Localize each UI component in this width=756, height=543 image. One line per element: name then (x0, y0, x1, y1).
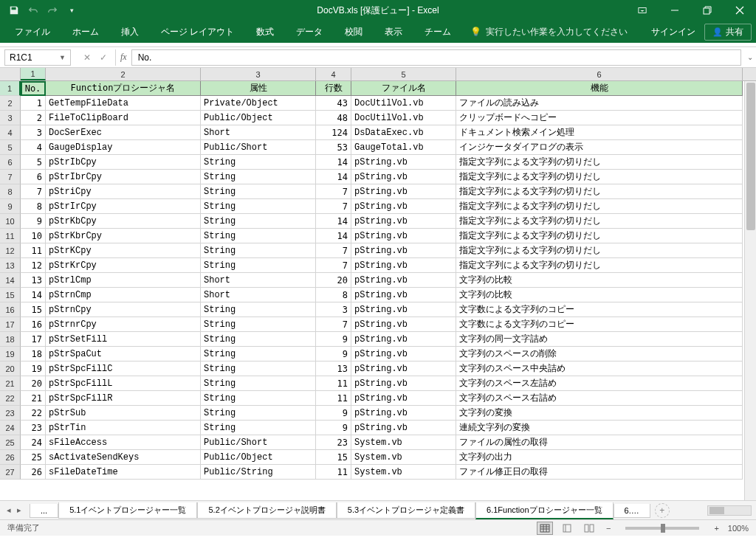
tell-me-search[interactable]: 💡 実行したい作業を入力してください (470, 26, 628, 38)
cell-lines[interactable]: 23 (316, 435, 351, 450)
cell-attr[interactable]: Public/Short (201, 140, 316, 155)
cell-no[interactable]: 3 (21, 125, 46, 140)
cell-feat[interactable]: インジケータダイアログの表示 (456, 140, 743, 155)
cell-lines[interactable]: 11 (316, 465, 351, 480)
cell-file[interactable]: pString.vb (351, 391, 456, 406)
cell-feat[interactable]: ファイル修正日の取得 (456, 465, 743, 480)
cell-feat[interactable]: ドキュメント検索メイン処理 (456, 125, 743, 140)
tab-view[interactable]: 表示 (374, 23, 413, 41)
cell-attr[interactable]: Short (201, 125, 316, 140)
col-header-6[interactable]: 6 (456, 68, 743, 80)
cell-func[interactable]: pStrSpcFillC (46, 362, 201, 376)
cell-no[interactable]: 25 (21, 450, 46, 465)
sheet-tab-5-1[interactable]: 5.1イベントプロシージャー一覧 (58, 502, 197, 519)
select-all-corner[interactable] (0, 68, 21, 80)
cell-no[interactable]: 21 (21, 391, 46, 406)
row-header[interactable]: 18 (0, 332, 21, 347)
cell-lines[interactable]: 9 (316, 421, 351, 435)
cell-feat[interactable]: 指定文字列による文字列の切りだし (456, 258, 743, 273)
cell-no[interactable]: 15 (21, 302, 46, 317)
cell-feat[interactable]: クリップボードへコピー (456, 111, 743, 125)
hscroll-thumb[interactable] (709, 507, 724, 514)
col-header-4[interactable]: 4 (316, 68, 351, 80)
cell-attr[interactable]: String (201, 302, 316, 317)
tab-formulas[interactable]: 数式 (246, 23, 284, 41)
cell-feat[interactable]: 文字列の同一文字詰め (456, 332, 743, 347)
cell-feat[interactable]: 文字列の比較 (456, 273, 743, 288)
grid-body[interactable]: 1 No. Functionプロシージャ名 属性 行数 ファイル名 機能 21G… (0, 81, 756, 500)
redo-button[interactable] (44, 2, 61, 18)
cell-func-header[interactable]: Functionプロシージャ名 (46, 81, 201, 96)
cell-attr[interactable]: String (201, 214, 316, 229)
cell-feat[interactable]: 文字数による文字列のコピー (456, 317, 743, 332)
row-header[interactable]: 3 (0, 111, 21, 125)
cell-attr[interactable]: String (201, 258, 316, 273)
cell-func[interactable]: pStrIbrCpy (46, 170, 201, 184)
sheet-tab-6-next[interactable]: 6.… (614, 504, 650, 518)
cell-no[interactable]: 20 (21, 376, 46, 391)
cell-attr[interactable]: String (201, 229, 316, 243)
cell-attr[interactable]: Public/Short (201, 435, 316, 450)
cell-lines[interactable]: 7 (316, 199, 351, 214)
cell-feat[interactable]: ファイルの読み込み (456, 96, 743, 111)
restore-button[interactable] (691, 0, 724, 21)
tab-data[interactable]: データ (286, 23, 333, 41)
row-header[interactable]: 1 (0, 81, 21, 96)
cell-func[interactable]: pStrlCmp (46, 273, 201, 288)
row-header[interactable]: 7 (0, 170, 21, 184)
cell-attr[interactable]: Public/String (201, 465, 316, 480)
cell-lines[interactable]: 15 (316, 450, 351, 465)
cell-feat[interactable]: 指定文字列による文字列の切りだし (456, 229, 743, 243)
cell-func[interactable]: pStrSub (46, 406, 201, 421)
cell-attr[interactable]: Private/Object (201, 96, 316, 111)
cancel-formula-button[interactable]: ✕ (80, 50, 94, 65)
cell-file[interactable]: System.vb (351, 450, 456, 465)
cell-file[interactable]: pString.vb (351, 214, 456, 229)
cell-file[interactable]: pString.vb (351, 347, 456, 362)
cell-file[interactable]: pString.vb (351, 199, 456, 214)
sheet-tab-5-3[interactable]: 5.3イベントプロシージャ定義書 (337, 502, 475, 519)
cell-no[interactable]: 10 (21, 229, 46, 243)
tab-home[interactable]: ホーム (62, 23, 109, 41)
cell-feat[interactable]: 指定文字列による文字列の切りだし (456, 184, 743, 199)
cell-lines[interactable]: 9 (316, 347, 351, 362)
cell-func[interactable]: pStrnCpy (46, 302, 201, 317)
cell-attr[interactable]: String (201, 421, 316, 435)
cell-lines[interactable]: 14 (316, 229, 351, 243)
cell-func[interactable]: sFileAccess (46, 435, 201, 450)
cell-attr-header[interactable]: 属性 (201, 81, 316, 96)
col-header-5[interactable]: 5 (351, 68, 456, 80)
cell-attr[interactable]: Public/Object (201, 111, 316, 125)
cell-attr[interactable]: String (201, 317, 316, 332)
cell-no[interactable]: 2 (21, 111, 46, 125)
cell-file[interactable]: pString.vb (351, 243, 456, 258)
tab-insert[interactable]: 挿入 (111, 23, 149, 41)
row-header[interactable]: 16 (0, 302, 21, 317)
cell-lines[interactable]: 8 (316, 288, 351, 302)
share-button[interactable]: 👤 共有 (704, 24, 752, 41)
cell-feat[interactable]: ファイルの属性の取得 (456, 435, 743, 450)
cell-no[interactable]: 13 (21, 273, 46, 288)
cell-feat[interactable]: 文字数による文字列のコピー (456, 302, 743, 317)
row-header[interactable]: 11 (0, 229, 21, 243)
cell-file[interactable]: pString.vb (351, 258, 456, 273)
chevron-down-icon[interactable]: ▼ (59, 54, 66, 61)
cell-file[interactable]: pString.vb (351, 229, 456, 243)
cell-file[interactable]: pString.vb (351, 155, 456, 170)
cell-lines[interactable]: 14 (316, 214, 351, 229)
cell-no[interactable]: 17 (21, 332, 46, 347)
tab-review[interactable]: 校閲 (334, 23, 373, 41)
row-header[interactable]: 15 (0, 288, 21, 302)
cell-no-header[interactable]: No. (21, 81, 46, 96)
row-header[interactable]: 23 (0, 406, 21, 421)
cell-no[interactable]: 4 (21, 140, 46, 155)
row-header[interactable]: 13 (0, 258, 21, 273)
cell-no[interactable]: 1 (21, 96, 46, 111)
page-layout-view-button[interactable] (559, 522, 575, 535)
tab-team[interactable]: チーム (414, 23, 461, 41)
cell-func[interactable]: pStriCpy (46, 184, 201, 199)
row-header[interactable]: 22 (0, 391, 21, 406)
tab-file[interactable]: ファイル (4, 23, 61, 41)
cell-func[interactable]: pStrIbCpy (46, 155, 201, 170)
cell-lines-header[interactable]: 行数 (316, 81, 351, 96)
